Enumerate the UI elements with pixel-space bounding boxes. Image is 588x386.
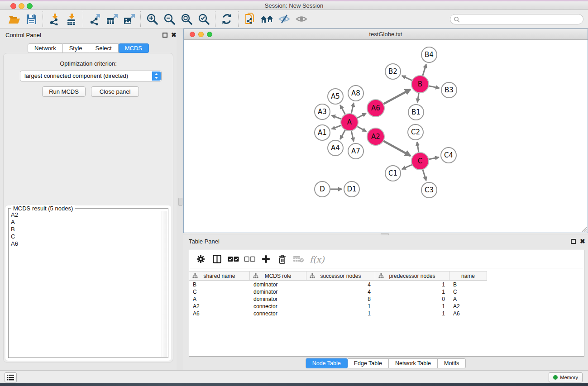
table-cell[interactable]: A [189,295,250,303]
table-cell[interactable]: A [449,295,487,303]
delete-column-button[interactable] [275,253,289,266]
zoom-out-button[interactable] [161,11,178,27]
table-cell[interactable]: 1 [306,303,375,310]
window-minimize-button[interactable] [19,3,24,9]
network-from-file-button[interactable] [241,11,258,27]
close-panel-icon[interactable]: ✖ [171,31,177,38]
table-cell[interactable]: A2 [449,303,487,310]
import-network-icon [48,13,61,25]
table-panel-title: Table Panel [189,238,220,245]
toolbar-separator [43,11,43,27]
run-mcds-button[interactable]: Run MCDS [42,86,86,97]
import-network-button[interactable] [46,11,63,27]
table-tab-node-table[interactable]: Node Table [306,358,348,368]
tab-mcds[interactable]: MCDS [119,43,149,53]
table-cell[interactable]: 1 [375,303,449,310]
table-cell[interactable]: dominator [250,281,306,288]
mcds-result-item[interactable]: A [9,219,161,226]
table-cell[interactable]: dominator [250,295,306,303]
table-cell[interactable]: C [189,288,250,295]
column-header-successor-nodes[interactable]: successor nodes [306,272,375,280]
table-row[interactable]: Cdominator41C [189,288,487,295]
network-minimize-button[interactable] [198,32,204,37]
table-tab-edge-table[interactable]: Edge Table [348,358,389,368]
destroy-table-button[interactable] [292,253,305,266]
resize-grip-icon[interactable] [581,226,587,232]
table-cell[interactable]: A6 [449,310,487,317]
table-cell[interactable]: 1 [306,310,375,317]
add-column-button[interactable] [259,253,272,266]
table-cell[interactable]: A6 [189,310,250,317]
table-tab-motifs[interactable]: Motifs [438,358,466,368]
column-header-name[interactable]: name [449,272,487,280]
task-history-button[interactable] [5,372,17,382]
close-table-panel-icon[interactable]: ✖ [580,238,585,245]
network-zoom-button[interactable] [207,32,212,37]
refresh-button[interactable] [218,11,235,27]
table-cell[interactable]: 8 [306,295,375,303]
table-row[interactable]: Adominator80A [189,295,487,303]
table-cell[interactable]: C [449,288,487,295]
search-input[interactable] [460,15,583,24]
table-cell[interactable]: connector [250,303,306,310]
table-cell[interactable]: A2 [189,303,250,310]
mcds-result-item[interactable]: B [9,226,161,233]
save-session-button[interactable] [23,11,40,27]
column-header-predecessor-nodes[interactable]: predecessor nodes [375,272,449,280]
select-all-button[interactable] [226,253,240,266]
tab-style[interactable]: Style [63,43,89,53]
tab-network[interactable]: Network [28,43,63,53]
close-panel-button[interactable]: Close panel [91,86,139,97]
table-row[interactable]: A6connector11A6 [189,310,487,317]
vertical-split-handle[interactable] [178,198,182,206]
node-label-A: A [347,118,352,126]
table-cell[interactable]: 0 [375,295,449,303]
show-details-button[interactable] [293,11,310,27]
open-file-button[interactable] [5,11,23,27]
table-settings-button[interactable] [194,253,207,266]
zoom-in-button[interactable] [143,11,161,27]
zoom-fit-button[interactable] [178,11,195,27]
criterion-value: largest connected component (directed) [24,72,128,79]
window-close-button[interactable] [10,3,16,9]
deselect-all-button[interactable] [243,253,256,266]
mcds-result-item[interactable]: C [9,233,161,240]
table-cell[interactable]: 4 [306,281,375,288]
export-table-button[interactable] [103,11,120,27]
table-cell[interactable]: connector [250,310,306,317]
export-network-button[interactable] [86,11,103,27]
memory-button[interactable]: Memory [549,372,583,382]
column-header-MCDS-role[interactable]: MCDS role [250,272,306,280]
table-tab-network-table[interactable]: Network Table [389,358,438,368]
import-table-button[interactable] [63,11,80,27]
table-cell[interactable]: 1 [375,281,449,288]
tab-select[interactable]: Select [89,43,119,53]
window-zoom-button[interactable] [27,3,33,9]
float-table-panel-icon[interactable] [571,239,576,244]
mcds-result-item[interactable]: A6 [9,240,161,248]
node-label-A2: A2 [371,133,380,141]
column-header-shared-name[interactable]: shared name [189,272,250,280]
mcds-result-item[interactable]: A2 [9,211,161,219]
table-cell[interactable]: 1 [375,310,449,317]
function-builder-button[interactable]: f(x) [310,254,325,264]
zoom-selected-button[interactable] [195,11,212,27]
table-cell[interactable]: 4 [306,288,375,295]
column-layout-button[interactable] [210,253,224,266]
hide-details-button[interactable] [276,11,293,27]
table-row[interactable]: Bdominator41B [189,281,487,288]
search-box[interactable] [450,14,583,24]
table-cell[interactable]: dominator [250,288,306,295]
table-row[interactable]: A2connector11A2 [189,303,487,310]
table-cell[interactable]: B [189,281,250,288]
toolbar-separator [140,11,141,27]
table-cell[interactable]: 1 [375,288,449,295]
export-image-button[interactable] [120,11,138,27]
float-panel-icon[interactable] [163,33,167,38]
mcds-list-scrollbar[interactable] [162,211,167,357]
criterion-select[interactable]: largest connected component (directed) [20,71,162,81]
network-close-button[interactable] [190,32,195,37]
home-layout-button[interactable] [258,11,276,27]
table-cell[interactable]: B [449,281,487,288]
network-canvas[interactable]: B4B2BB3A5A8A6A3B1AA1C2A2A4A7C4CC1C3DD1 [184,40,587,233]
